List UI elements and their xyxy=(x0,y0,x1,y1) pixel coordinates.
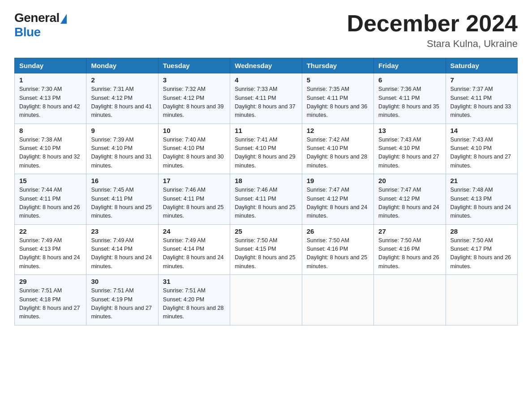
logo: General Blue xyxy=(14,11,67,39)
day-info: Sunrise: 7:33 AMSunset: 4:11 PMDaylight:… xyxy=(235,85,297,120)
calendar-day-cell: 9Sunrise: 7:39 AMSunset: 4:10 PMDaylight… xyxy=(86,124,158,174)
day-info: Sunrise: 7:42 AMSunset: 4:10 PMDaylight:… xyxy=(307,136,369,171)
calendar-subtitle: Stara Kulna, Ukraine xyxy=(347,38,518,50)
day-number: 2 xyxy=(91,76,153,84)
day-number: 17 xyxy=(163,177,225,184)
day-info: Sunrise: 7:49 AMSunset: 4:13 PMDaylight:… xyxy=(19,236,82,271)
calendar-day-cell: 10Sunrise: 7:40 AMSunset: 4:10 PMDayligh… xyxy=(158,124,230,174)
weekday-header-row: SundayMondayTuesdayWednesdayThursdayFrid… xyxy=(15,58,518,73)
calendar-week-row: 15Sunrise: 7:44 AMSunset: 4:11 PMDayligh… xyxy=(15,174,518,225)
day-number: 13 xyxy=(378,127,441,134)
calendar-day-cell: 23Sunrise: 7:49 AMSunset: 4:14 PMDayligh… xyxy=(86,224,158,275)
weekday-header-monday: Monday xyxy=(86,58,158,73)
day-info: Sunrise: 7:51 AMSunset: 4:19 PMDaylight:… xyxy=(91,287,153,321)
calendar-day-cell: 20Sunrise: 7:47 AMSunset: 4:12 PMDayligh… xyxy=(374,174,446,225)
calendar-table: SundayMondayTuesdayWednesdayThursdayFrid… xyxy=(14,58,518,325)
weekday-header-sunday: Sunday xyxy=(15,58,86,73)
calendar-day-cell: 24Sunrise: 7:49 AMSunset: 4:14 PMDayligh… xyxy=(158,224,230,275)
day-info: Sunrise: 7:51 AMSunset: 4:20 PMDaylight:… xyxy=(163,287,225,321)
day-info: Sunrise: 7:50 AMSunset: 4:17 PMDaylight:… xyxy=(450,236,513,271)
day-info: Sunrise: 7:51 AMSunset: 4:18 PMDaylight:… xyxy=(19,287,82,321)
day-info: Sunrise: 7:32 AMSunset: 4:12 PMDaylight:… xyxy=(163,85,225,120)
day-info: Sunrise: 7:50 AMSunset: 4:16 PMDaylight:… xyxy=(307,236,369,271)
logo-blue-text: Blue xyxy=(14,25,41,39)
calendar-week-row: 1Sunrise: 7:30 AMSunset: 4:13 PMDaylight… xyxy=(15,73,518,124)
day-info: Sunrise: 7:47 AMSunset: 4:12 PMDaylight:… xyxy=(307,186,369,221)
logo-general-text: General xyxy=(14,11,60,25)
calendar-day-cell: 30Sunrise: 7:51 AMSunset: 4:19 PMDayligh… xyxy=(86,275,158,325)
day-info: Sunrise: 7:36 AMSunset: 4:11 PMDaylight:… xyxy=(378,85,441,120)
calendar-day-cell: 6Sunrise: 7:36 AMSunset: 4:11 PMDaylight… xyxy=(374,73,446,124)
calendar-day-cell: 11Sunrise: 7:41 AMSunset: 4:10 PMDayligh… xyxy=(230,124,302,174)
day-number: 18 xyxy=(235,177,297,184)
weekday-header-saturday: Saturday xyxy=(446,58,517,73)
day-number: 7 xyxy=(450,76,513,84)
day-number: 11 xyxy=(235,127,297,134)
weekday-header-wednesday: Wednesday xyxy=(230,58,302,73)
day-info: Sunrise: 7:49 AMSunset: 4:14 PMDaylight:… xyxy=(163,236,225,271)
day-info: Sunrise: 7:38 AMSunset: 4:10 PMDaylight:… xyxy=(19,136,82,171)
calendar-day-cell: 5Sunrise: 7:35 AMSunset: 4:11 PMDaylight… xyxy=(302,73,373,124)
day-number: 14 xyxy=(450,127,513,134)
day-number: 3 xyxy=(163,76,225,84)
day-info: Sunrise: 7:48 AMSunset: 4:13 PMDaylight:… xyxy=(450,186,513,221)
calendar-day-cell xyxy=(230,275,302,325)
day-number: 1 xyxy=(19,76,82,84)
day-number: 12 xyxy=(307,127,369,134)
calendar-day-cell: 17Sunrise: 7:46 AMSunset: 4:11 PMDayligh… xyxy=(158,174,230,225)
day-number: 5 xyxy=(307,76,369,84)
day-number: 15 xyxy=(19,177,82,184)
calendar-day-cell: 13Sunrise: 7:43 AMSunset: 4:10 PMDayligh… xyxy=(374,124,446,174)
day-info: Sunrise: 7:43 AMSunset: 4:10 PMDaylight:… xyxy=(378,136,441,171)
weekday-header-friday: Friday xyxy=(374,58,446,73)
day-number: 8 xyxy=(19,127,82,134)
calendar-day-cell: 22Sunrise: 7:49 AMSunset: 4:13 PMDayligh… xyxy=(15,224,86,275)
weekday-header-tuesday: Tuesday xyxy=(158,58,230,73)
day-info: Sunrise: 7:43 AMSunset: 4:10 PMDaylight:… xyxy=(450,136,513,171)
day-info: Sunrise: 7:45 AMSunset: 4:11 PMDaylight:… xyxy=(91,186,153,221)
day-number: 31 xyxy=(163,278,225,285)
calendar-title: December 2024 xyxy=(347,11,518,36)
calendar-week-row: 29Sunrise: 7:51 AMSunset: 4:18 PMDayligh… xyxy=(15,275,518,325)
calendar-day-cell xyxy=(302,275,373,325)
day-number: 4 xyxy=(235,76,297,84)
calendar-day-cell: 8Sunrise: 7:38 AMSunset: 4:10 PMDaylight… xyxy=(15,124,86,174)
day-info: Sunrise: 7:44 AMSunset: 4:11 PMDaylight:… xyxy=(19,186,82,221)
day-info: Sunrise: 7:37 AMSunset: 4:11 PMDaylight:… xyxy=(450,85,513,120)
day-info: Sunrise: 7:50 AMSunset: 4:16 PMDaylight:… xyxy=(378,236,441,271)
calendar-day-cell: 25Sunrise: 7:50 AMSunset: 4:15 PMDayligh… xyxy=(230,224,302,275)
day-info: Sunrise: 7:30 AMSunset: 4:13 PMDaylight:… xyxy=(19,85,82,120)
title-block: December 2024 Stara Kulna, Ukraine xyxy=(347,11,518,50)
calendar-day-cell xyxy=(446,275,517,325)
calendar-day-cell xyxy=(374,275,446,325)
day-number: 6 xyxy=(378,76,441,84)
day-info: Sunrise: 7:35 AMSunset: 4:11 PMDaylight:… xyxy=(307,85,369,120)
calendar-day-cell: 7Sunrise: 7:37 AMSunset: 4:11 PMDaylight… xyxy=(446,73,517,124)
calendar-day-cell: 3Sunrise: 7:32 AMSunset: 4:12 PMDaylight… xyxy=(158,73,230,124)
day-number: 30 xyxy=(91,278,153,285)
day-number: 28 xyxy=(450,227,513,235)
calendar-day-cell: 31Sunrise: 7:51 AMSunset: 4:20 PMDayligh… xyxy=(158,275,230,325)
calendar-week-row: 8Sunrise: 7:38 AMSunset: 4:10 PMDaylight… xyxy=(15,124,518,174)
calendar-day-cell: 16Sunrise: 7:45 AMSunset: 4:11 PMDayligh… xyxy=(86,174,158,225)
day-number: 22 xyxy=(19,227,82,235)
day-number: 16 xyxy=(91,177,153,184)
calendar-day-cell: 2Sunrise: 7:31 AMSunset: 4:12 PMDaylight… xyxy=(86,73,158,124)
calendar-day-cell: 15Sunrise: 7:44 AMSunset: 4:11 PMDayligh… xyxy=(15,174,86,225)
day-info: Sunrise: 7:47 AMSunset: 4:12 PMDaylight:… xyxy=(378,186,441,221)
day-info: Sunrise: 7:31 AMSunset: 4:12 PMDaylight:… xyxy=(91,85,153,120)
weekday-header-thursday: Thursday xyxy=(302,58,373,73)
calendar-day-cell: 27Sunrise: 7:50 AMSunset: 4:16 PMDayligh… xyxy=(374,224,446,275)
day-number: 9 xyxy=(91,127,153,134)
logo-triangle-icon xyxy=(60,14,67,24)
day-info: Sunrise: 7:50 AMSunset: 4:15 PMDaylight:… xyxy=(235,236,297,271)
day-info: Sunrise: 7:46 AMSunset: 4:11 PMDaylight:… xyxy=(163,186,225,221)
calendar-day-cell: 18Sunrise: 7:46 AMSunset: 4:11 PMDayligh… xyxy=(230,174,302,225)
day-number: 23 xyxy=(91,227,153,235)
day-info: Sunrise: 7:41 AMSunset: 4:10 PMDaylight:… xyxy=(235,136,297,171)
calendar-day-cell: 21Sunrise: 7:48 AMSunset: 4:13 PMDayligh… xyxy=(446,174,517,225)
calendar-day-cell: 26Sunrise: 7:50 AMSunset: 4:16 PMDayligh… xyxy=(302,224,373,275)
day-number: 21 xyxy=(450,177,513,184)
day-number: 26 xyxy=(307,227,369,235)
calendar-day-cell: 1Sunrise: 7:30 AMSunset: 4:13 PMDaylight… xyxy=(15,73,86,124)
